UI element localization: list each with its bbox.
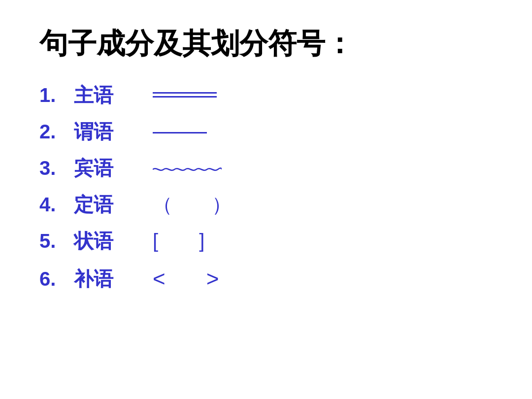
list-item: 3. 宾语 bbox=[39, 154, 493, 182]
item-symbol-4: （ ） bbox=[153, 191, 246, 218]
item-symbol-1 bbox=[153, 90, 217, 100]
slide: 句子成分及其划分符号： 1. 主语 2. 谓语 3. 宾语 bbox=[0, 0, 532, 399]
item-symbol-2 bbox=[153, 128, 207, 135]
list-item: 1. 主语 bbox=[39, 81, 493, 109]
item-number-4: 4. bbox=[39, 191, 74, 218]
list-item: 2. 谓语 bbox=[39, 118, 493, 145]
left-angle-icon: < bbox=[153, 264, 179, 294]
list-item: 6. 补语 < > bbox=[39, 264, 493, 294]
slide-title: 句子成分及其划分符号： bbox=[39, 25, 493, 62]
left-bracket-icon: [ bbox=[153, 227, 172, 255]
item-number-5: 5. bbox=[39, 227, 74, 255]
single-underline-icon bbox=[153, 128, 207, 135]
item-symbol-6: < > bbox=[153, 264, 233, 294]
right-paren-icon: ） bbox=[212, 191, 246, 218]
item-number-6: 6. bbox=[39, 265, 74, 293]
item-number-1: 1. bbox=[39, 81, 74, 109]
double-underline-icon bbox=[153, 90, 217, 100]
item-term-2: 谓语 bbox=[74, 118, 133, 145]
item-term-5: 状语 bbox=[74, 227, 133, 255]
item-term-1: 主语 bbox=[74, 81, 133, 109]
content-list: 1. 主语 2. 谓语 3. 宾语 bbox=[39, 81, 493, 294]
item-number-3: 3. bbox=[39, 154, 74, 182]
right-angle-icon: > bbox=[206, 264, 233, 294]
item-symbol-3 bbox=[153, 164, 222, 172]
item-term-4: 定语 bbox=[74, 191, 133, 218]
item-symbol-5: [ ] bbox=[153, 227, 218, 255]
list-item: 5. 状语 [ ] bbox=[39, 227, 493, 255]
right-bracket-icon: ] bbox=[199, 227, 218, 255]
item-number-2: 2. bbox=[39, 118, 74, 145]
left-paren-icon: （ bbox=[153, 191, 187, 218]
item-term-6: 补语 bbox=[74, 265, 133, 293]
item-term-3: 宾语 bbox=[74, 154, 133, 182]
wavy-underline-icon bbox=[153, 164, 222, 172]
list-item: 4. 定语 （ ） bbox=[39, 191, 493, 218]
